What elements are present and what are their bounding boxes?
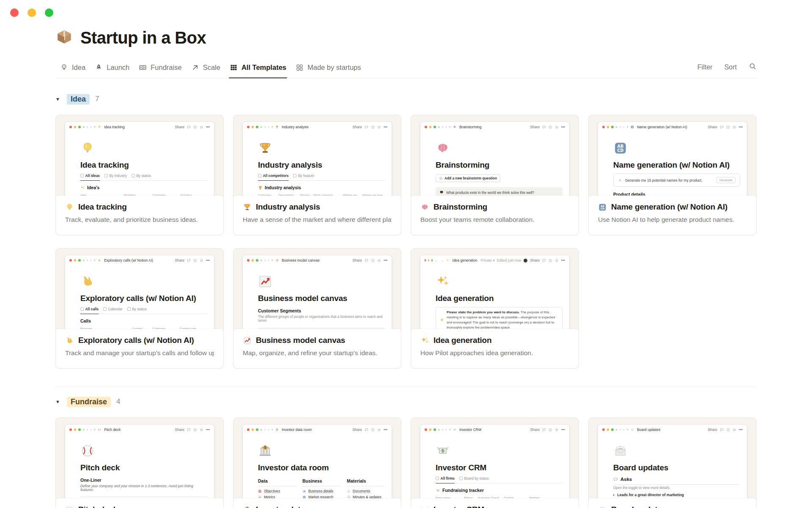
template-card-idea-tracking[interactable]: ≡‹›+Idea trackingShare•••Idea trackingAl… <box>55 115 224 235</box>
mini-nav-glyph: + <box>626 125 628 129</box>
mini-page-heading: Idea tracking <box>80 160 209 170</box>
mini-nav-glyph: ≡ <box>261 259 263 262</box>
template-card-description: Use Notion AI to help generate product n… <box>598 216 747 224</box>
brain-icon <box>420 203 429 212</box>
mini-nav-glyph: + <box>93 259 96 262</box>
mini-view-tab: All competitors <box>258 174 288 180</box>
mini-page-title: Brainstorming <box>459 125 481 129</box>
template-card-footer: $Investor data room <box>233 498 401 508</box>
mini-nav-glyph: + <box>271 428 273 432</box>
star-icon <box>377 259 381 262</box>
mini-page-heading: Industry analysis <box>258 160 387 170</box>
tab-label: Fundraise <box>151 64 181 72</box>
search-icon[interactable] <box>749 62 757 72</box>
mini-more-icon: ••• <box>561 428 565 432</box>
template-preview-window: ≡‹›+$Investor CRMShare•••$Investor CRMAl… <box>420 425 569 508</box>
mini-nav-glyph: ≡ <box>616 125 618 129</box>
mini-columns: DataObjectivesMetricsBusinessBusiness de… <box>258 478 385 501</box>
tab-made-by-startups[interactable]: Made by startups <box>291 59 366 78</box>
template-card-title-text: Idea generation <box>433 336 491 345</box>
clock-icon <box>193 125 197 129</box>
clock-icon <box>549 259 552 262</box>
svg-text:$: $ <box>247 506 248 508</box>
template-card-brainstorming[interactable]: ≡‹›+BrainstormingShare•••BrainstormingAd… <box>411 115 579 235</box>
template-card-idea-generation[interactable]: ←→Idea generationPrivate ▾Edited just no… <box>411 248 579 369</box>
page: Startup in a Box IdeaLaunchFundraiseScal… <box>0 0 812 508</box>
mini-traffic-dot <box>429 126 432 128</box>
mini-section-title: Idea's <box>80 185 209 190</box>
mini-view-tab: All calls <box>80 307 99 314</box>
speech-icon <box>720 125 724 129</box>
template-card-board-updates[interactable]: ≡‹›+Board updatesShare•••Board updatesAs… <box>588 417 757 508</box>
template-card-title: $Investor data room <box>243 505 392 508</box>
mini-section-label: Calls <box>80 318 91 323</box>
mini-ai-prompt: Generate me 15 potential names for my pr… <box>613 174 740 187</box>
sparkles-icon <box>420 336 429 345</box>
speech-icon <box>542 428 546 432</box>
mini-page-heading: Idea generation <box>436 294 564 303</box>
section-toggle-icon[interactable]: ▼ <box>55 97 61 102</box>
speech-icon <box>365 259 368 262</box>
section-badge: Fundraise <box>67 397 111 407</box>
mini-traffic-dot <box>74 126 77 128</box>
template-card-investor-crm[interactable]: ≡‹›+$Investor CRMShare•••$Investor CRMAl… <box>411 417 579 508</box>
brain-icon <box>436 141 450 155</box>
svg-text:CD: CD <box>601 207 604 210</box>
template-card-title: Industry analysis <box>243 202 392 212</box>
mini-traffic-dot <box>252 259 254 262</box>
close-button[interactable] <box>10 8 19 17</box>
mini-nav-glyph: ≡ <box>261 428 263 432</box>
mini-nav-glyph: › <box>90 428 91 432</box>
mini-window-chrome: ≡‹›+Pitch deckShare••• <box>65 425 214 433</box>
tab-all-templates[interactable]: All Templates <box>225 59 291 78</box>
speech-icon <box>542 259 546 262</box>
mini-nav-glyph: › <box>268 428 269 432</box>
tab-idea[interactable]: Idea <box>55 59 90 78</box>
tab-fundraise[interactable]: Fundraise <box>134 59 186 78</box>
mini-page-title: Investor CRM <box>459 428 481 432</box>
template-card-footer: Exploratory calls (w/ Notion AI)Track an… <box>56 329 223 368</box>
template-card-investor-data-room[interactable]: ≡‹›+$Investor data roomShare•••$Investor… <box>233 417 401 508</box>
mini-nav-glyph: → <box>440 259 444 262</box>
template-card-footer: Pitch deck <box>56 498 223 508</box>
mini-traffic-dot <box>78 126 81 128</box>
mini-share-label: Share <box>352 428 362 432</box>
template-card-title-text: Brainstorming <box>433 202 487 212</box>
nav-bar: IdeaLaunchFundraiseScaleAll TemplatesMad… <box>55 59 757 78</box>
section-toggle-icon[interactable]: ▼ <box>55 399 61 404</box>
template-card-title: Exploratory calls (w/ Notion AI) <box>65 336 214 345</box>
sort-button[interactable]: Sort <box>724 64 737 71</box>
clock-icon <box>371 125 375 129</box>
zoom-button[interactable] <box>45 8 53 17</box>
template-card-title-text: Idea tracking <box>78 202 127 212</box>
chart-up-icon <box>275 259 279 262</box>
mini-page-heading: Name generation (w/ Notion AI) <box>613 160 742 170</box>
template-card-title: $Investor CRM <box>420 505 569 508</box>
grid-filled-icon <box>230 64 238 72</box>
template-card-pitch-deck[interactable]: ≡‹›+Pitch deckShare•••Pitch deckOne-Line… <box>55 417 224 508</box>
mini-nav-glyph: ≡ <box>438 428 440 432</box>
bank-icon: $ <box>258 444 272 458</box>
mini-chrome-actions: Share••• <box>530 428 565 432</box>
mini-nav-glyph: › <box>268 125 269 129</box>
mini-chrome-actions: Share••• <box>708 428 743 432</box>
template-card-title-text: Name generation (w/ Notion AI) <box>611 202 727 212</box>
mini-view-tabs: All ideasBy industryBy status <box>80 174 207 181</box>
tab-launch[interactable]: Launch <box>90 59 134 78</box>
mini-share-label: Share <box>175 125 184 129</box>
minimize-button[interactable] <box>27 8 36 17</box>
bulb-icon <box>65 203 74 212</box>
template-card-industry-analysis[interactable]: ≡‹›+Industry analysisShare•••Industry an… <box>233 115 401 235</box>
mini-generate-button: Generate <box>716 177 735 183</box>
mini-view-tabs: All competitorsBy feature <box>258 174 385 181</box>
filter-button[interactable]: Filter <box>697 64 713 71</box>
template-card-title-text: Investor data room <box>256 505 326 508</box>
template-card-name-generation-w-notion-ai[interactable]: ≡‹›+ABCDName generation (w/ Notion AI)Sh… <box>588 115 757 235</box>
svg-text:$: $ <box>442 449 444 453</box>
star-icon <box>200 428 203 432</box>
template-card-business-model-canvas[interactable]: ≡‹›+Business model canvasShare•••Busines… <box>233 248 401 369</box>
mini-traffic-dot <box>252 126 254 128</box>
template-card-description: Track and manage your startup's calls an… <box>65 349 214 357</box>
template-card-exploratory-calls-w-notion-ai[interactable]: ≡‹›+Exploratory calls (w/ Notion AI)Shar… <box>55 248 224 369</box>
tab-scale[interactable]: Scale <box>187 59 225 78</box>
